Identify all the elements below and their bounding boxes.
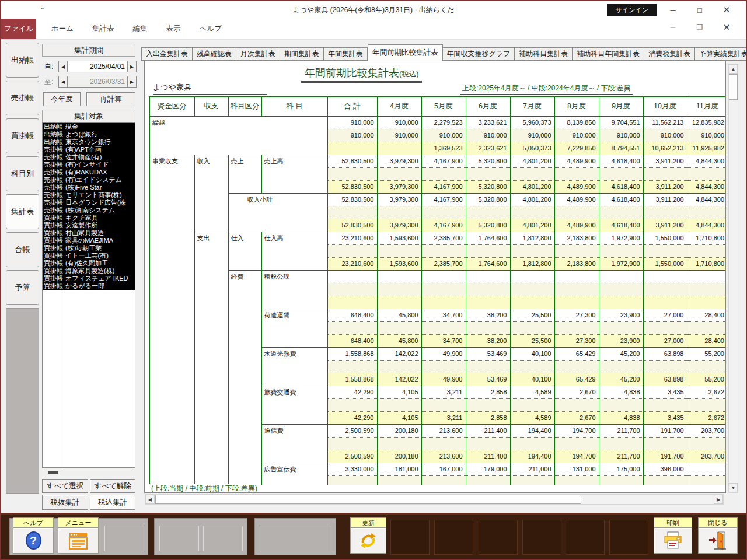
table-cell: 1,710,800: [687, 257, 726, 270]
date-to-next-button[interactable]: ▶: [127, 76, 137, 88]
sidebar-tab-2[interactable]: 売掛帳: [6, 80, 39, 116]
target-list-item[interactable]: 売掛帳(有)エイドシステム: [43, 176, 135, 184]
report-tab-8[interactable]: 補助科目集計表: [515, 47, 573, 61]
minimize-button[interactable]: ─: [659, 1, 686, 19]
sidebar-tab-7[interactable]: 予算: [6, 270, 39, 305]
scroll-thumb[interactable]: [729, 74, 738, 100]
target-list-item[interactable]: 売掛帳(有)APT企画: [43, 146, 135, 153]
target-list-item[interactable]: 買掛帳安達製作所: [43, 222, 135, 229]
menu-item-1[interactable]: ホーム: [44, 24, 81, 34]
child-minimize-button[interactable]: ─: [659, 19, 686, 36]
target-list-item[interactable]: 売掛帳(有)RAKUDAX: [43, 169, 135, 176]
tax-included-tab[interactable]: 税込集計: [90, 495, 135, 510]
scroll-left-button[interactable]: ◀: [145, 495, 155, 504]
target-list-item[interactable]: 売掛帳(株)湘南システム: [43, 206, 135, 214]
table-cell: 2,672: [687, 386, 726, 398]
target-list-item[interactable]: 売掛帳日本グランド広告(株: [43, 199, 135, 206]
report-tab-4[interactable]: 期間集計表: [280, 47, 324, 61]
target-list-item[interactable]: 買掛帳キクチ家具: [43, 214, 135, 222]
table-cell: [643, 437, 687, 450]
target-list-item[interactable]: 出納帳東京タウン銀行: [43, 138, 135, 146]
sidebar-tab-6[interactable]: 台帳: [6, 232, 39, 267]
scroll-thumb[interactable]: [48, 471, 58, 474]
table-cell: 2,385,700: [421, 232, 466, 244]
close-window-button[interactable]: 閉じる: [698, 517, 738, 554]
vertical-scrollbar[interactable]: ▲ ▼: [728, 64, 738, 493]
target-list-item[interactable]: 売掛帳(株)Five Star: [43, 184, 135, 191]
horizontal-scrollbar[interactable]: ◀ ▶: [145, 494, 724, 505]
menu-item-5[interactable]: ヘルプ: [193, 24, 229, 34]
report-tab-3[interactable]: 月次集計表: [236, 47, 280, 61]
recalculate-button[interactable]: 再計算: [86, 92, 135, 106]
table-cell: [510, 167, 554, 180]
table-cell: 52,830,500: [327, 219, 377, 232]
report-tab-5[interactable]: 年間集計表: [324, 47, 368, 61]
report-tab-2[interactable]: 残高確認表: [193, 47, 236, 61]
table-cell: 53,469: [466, 347, 510, 360]
target-list-item[interactable]: 買掛帳(株)毎朝工業: [43, 244, 135, 252]
target-list-item[interactable]: 売掛帳(有)インサイド: [43, 161, 135, 169]
report-tab-6[interactable]: 年間前期比較集計表: [368, 44, 443, 61]
table-cell: 34,700: [421, 334, 466, 347]
target-book: 買掛帳: [43, 237, 63, 244]
target-book: 買掛帳: [43, 252, 63, 260]
menu-item-3[interactable]: 編集: [126, 24, 155, 34]
menu-item-4[interactable]: 表示: [159, 24, 188, 34]
scroll-thumb[interactable]: [155, 495, 581, 504]
scroll-up-button[interactable]: ▲: [729, 64, 738, 74]
table-cell: 2,858: [466, 386, 510, 398]
date-to-prev-button[interactable]: ◀: [58, 76, 68, 88]
date-from-prev-button[interactable]: ◀: [58, 61, 68, 72]
menu-button[interactable]: メニュー: [58, 517, 99, 554]
tax-excluded-tab[interactable]: 税抜集計: [42, 495, 88, 510]
target-list-item[interactable]: 出納帳現金: [43, 123, 135, 131]
table-cell: 11,562,213: [643, 116, 687, 129]
table-cell: [377, 283, 421, 296]
date-from-next-button[interactable]: ▶: [127, 61, 137, 72]
table-cell: [554, 283, 599, 296]
report-tab-10[interactable]: 消費税集計表: [644, 47, 695, 61]
target-list-item[interactable]: 買掛帳家具のMAEJIMA: [43, 237, 135, 244]
table-cell: 4,589: [510, 386, 554, 398]
file-menu[interactable]: ファイル: [1, 19, 36, 39]
close-button[interactable]: ✕: [713, 1, 740, 19]
scroll-right-button[interactable]: ▶: [714, 495, 723, 504]
sidebar-tab-4[interactable]: 科目別: [6, 156, 39, 191]
table-cell: 25,500: [510, 334, 554, 347]
report-tab-1[interactable]: 入出金集計表: [141, 47, 193, 61]
target-list-item[interactable]: 買掛帳海原家具製造(株): [43, 267, 135, 275]
table-cell: 1,369,523: [421, 142, 466, 155]
report-tab-9[interactable]: 補助科目年間集計表: [573, 47, 644, 61]
maximize-button[interactable]: □: [686, 1, 713, 19]
sidebar-tab-3[interactable]: 買掛帳: [6, 118, 39, 153]
bottom-toolbar: ヘルプ ? メニュー 更新: [1, 513, 746, 559]
target-list-item[interactable]: 買掛帳(有)佐久間加工: [43, 260, 135, 267]
child-restore-button[interactable]: ❐: [686, 19, 713, 36]
target-list-item[interactable]: 買掛帳イトー工芸(有): [43, 252, 135, 260]
target-list-item[interactable]: 売掛帳モリエント商事(株): [43, 191, 135, 199]
report-tab-11[interactable]: 予算実績集計表: [695, 47, 746, 61]
menu-item-2[interactable]: 集計表: [85, 24, 121, 34]
help-button[interactable]: ヘルプ ?: [13, 517, 54, 554]
target-list-item[interactable]: 買掛帳村山家具製造: [43, 229, 135, 237]
column-header: 資金区分: [149, 97, 194, 116]
signin-button[interactable]: サインイン: [607, 4, 657, 16]
scroll-down-button[interactable]: ▼: [729, 483, 738, 492]
date-from-input[interactable]: 2025/04/01: [68, 61, 127, 72]
select-all-button[interactable]: すべて選択: [42, 479, 88, 493]
target-list-item[interactable]: 出納帳よつば銀行: [43, 131, 135, 138]
table-cell: 2,183,800: [554, 232, 599, 244]
target-list-item[interactable]: 売掛帳佐井物産(有): [43, 153, 135, 161]
target-list[interactable]: 出納帳現金出納帳よつば銀行出納帳東京タウン銀行売掛帳(有)APT企画売掛帳佐井物…: [42, 123, 135, 468]
refresh-button[interactable]: 更新: [350, 517, 386, 554]
deselect-all-button[interactable]: すべて解除: [90, 479, 135, 493]
child-close-button[interactable]: ✕: [713, 19, 740, 36]
target-list-item[interactable]: 買掛帳オフィスチェア IKED: [43, 275, 135, 282]
report-tab-7[interactable]: 年間収支推移グラフ: [443, 47, 515, 61]
target-list-scrollbar[interactable]: [42, 469, 135, 476]
print-button[interactable]: 印刷: [654, 517, 692, 554]
target-list-item[interactable]: 買掛帳かるがる一郎: [43, 282, 135, 290]
sidebar-tab-1[interactable]: 出納帳: [6, 43, 39, 78]
this-year-button[interactable]: 今年度: [43, 92, 81, 106]
sidebar-tab-5[interactable]: 集計表: [6, 194, 39, 229]
